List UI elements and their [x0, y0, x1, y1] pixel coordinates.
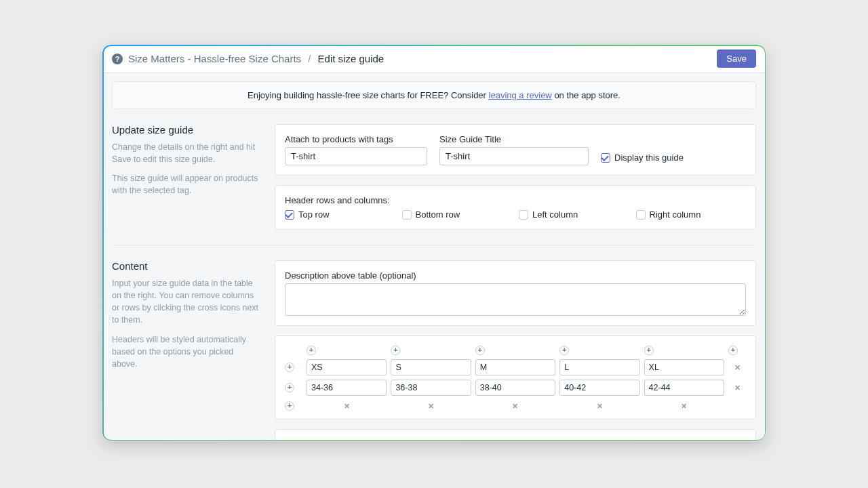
header-rows-label: Header rows and columns: — [285, 195, 746, 205]
desc-above-label: Description above table (optional) — [285, 270, 746, 281]
checkbox-bottom-row[interactable]: Bottom row — [402, 209, 513, 220]
checkbox-box-icon — [402, 210, 412, 220]
banner-text-after: on the app store. — [552, 90, 620, 100]
delete-column-button[interactable] — [391, 400, 471, 412]
display-guide-checkbox[interactable]: Display this guide — [601, 152, 684, 163]
add-column-button[interactable] — [391, 346, 400, 355]
checkbox-box-icon — [285, 210, 294, 220]
section-title-update: Update size guide — [112, 124, 260, 136]
section-title-content: Content — [112, 260, 260, 272]
tags-input[interactable] — [285, 147, 427, 165]
help-icon[interactable]: ? — [112, 54, 123, 64]
section-desc-content-1: Input your size guide data in the table … — [112, 277, 260, 327]
table-cell[interactable] — [475, 359, 555, 375]
add-column-button[interactable] — [728, 346, 738, 355]
table-cell[interactable] — [559, 359, 639, 375]
section-content: Content Input your size guide data in th… — [112, 245, 756, 441]
add-column-button[interactable] — [644, 346, 654, 355]
add-row-button[interactable] — [285, 383, 294, 392]
review-banner: Enjoying building hassle-free size chart… — [112, 81, 756, 109]
checkbox-top-row[interactable]: Top row — [285, 209, 395, 220]
save-button[interactable]: Save — [717, 49, 756, 68]
app-window: ? Size Matters - Hassle-free Size Charts… — [102, 45, 766, 441]
checkbox-label: Left column — [532, 209, 578, 220]
table-cell[interactable] — [307, 380, 387, 396]
table-cell[interactable] — [475, 380, 555, 396]
card-desc-below: Description below table (optional) — [275, 429, 756, 441]
banner-text-before: Enjoying building hassle-free size chart… — [248, 90, 489, 100]
checkbox-box-icon — [601, 153, 610, 163]
delete-row-button[interactable] — [728, 361, 746, 373]
checkbox-label: Top row — [298, 209, 330, 220]
section-update-size-guide: Update size guide Change the details on … — [112, 109, 756, 245]
section-desc-update-1: Change the details on the right and hit … — [112, 141, 260, 165]
table-cell[interactable] — [644, 359, 724, 375]
table-cell[interactable] — [391, 380, 471, 396]
delete-row-button[interactable] — [728, 382, 746, 394]
delete-column-button[interactable] — [644, 400, 724, 412]
checkbox-left-column[interactable]: Left column — [519, 209, 629, 220]
desc-above-textarea[interactable] — [285, 283, 746, 316]
add-row-button[interactable] — [285, 401, 294, 411]
title-label: Size Guide Title — [439, 134, 589, 144]
app-header: ? Size Matters - Hassle-free Size Charts… — [102, 45, 766, 73]
checkbox-label: Right column — [650, 209, 701, 220]
title-input[interactable] — [439, 147, 589, 165]
breadcrumb-separator: / — [308, 53, 311, 64]
checkbox-right-column[interactable]: Right column — [636, 209, 747, 220]
delete-column-button[interactable] — [559, 400, 639, 412]
table-cell[interactable] — [391, 359, 471, 375]
section-desc-content-2: Headers will be styled automatically bas… — [112, 333, 260, 370]
checkbox-label: Bottom row — [416, 209, 460, 220]
tags-label: Attach to products with tags — [285, 134, 427, 144]
delete-column-button[interactable] — [475, 400, 555, 412]
table-cell[interactable] — [307, 359, 387, 375]
breadcrumb: Size Matters - Hassle-free Size Charts /… — [128, 53, 384, 64]
table-cell[interactable] — [559, 380, 639, 396]
add-row-button[interactable] — [285, 363, 294, 372]
checkbox-box-icon — [519, 210, 528, 220]
desc-below-label: Description below table (optional) — [285, 439, 746, 441]
card-basic-fields: Attach to products with tags Size Guide … — [275, 124, 756, 176]
display-guide-label: Display this guide — [614, 152, 684, 163]
checkbox-box-icon — [636, 210, 646, 220]
leave-review-link[interactable]: leaving a review — [489, 90, 552, 100]
breadcrumb-root[interactable]: Size Matters - Hassle-free Size Charts — [128, 53, 301, 64]
card-size-table — [275, 336, 756, 420]
card-header-options: Header rows and columns: Top row Bottom … — [275, 185, 756, 230]
breadcrumb-current: Edit size guide — [318, 53, 384, 64]
table-cell[interactable] — [644, 380, 724, 396]
card-desc-above: Description above table (optional) — [275, 260, 756, 326]
add-column-button[interactable] — [475, 346, 485, 355]
section-desc-update-2: This size guide will appear on products … — [112, 172, 260, 197]
delete-column-button[interactable] — [307, 400, 387, 412]
add-column-button[interactable] — [307, 346, 316, 355]
add-column-button[interactable] — [559, 346, 569, 355]
